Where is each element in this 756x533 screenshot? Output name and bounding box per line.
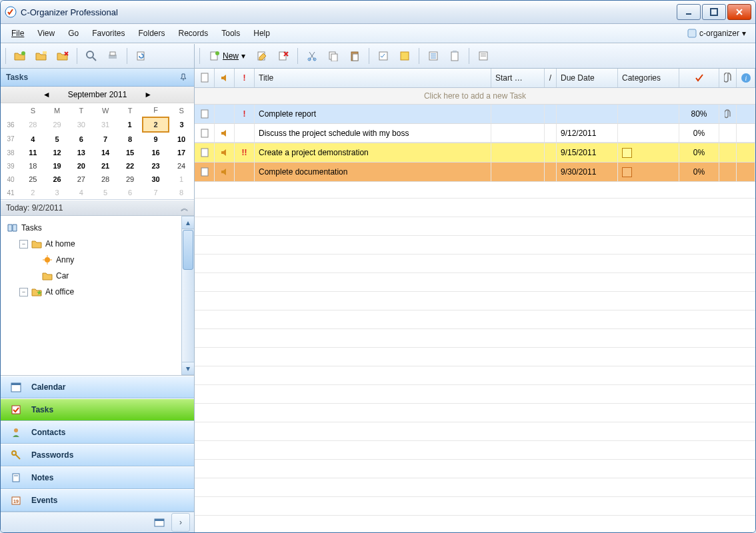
col-attachment-icon[interactable] bbox=[719, 69, 737, 87]
nav-passwords[interactable]: Passwords bbox=[1, 444, 194, 466]
minimize-button[interactable] bbox=[677, 4, 701, 20]
col-priority-icon[interactable]: ! bbox=[235, 69, 255, 87]
database-selector[interactable]: c-organizer ▾ bbox=[682, 27, 751, 40]
collapse-icon[interactable]: ︽ bbox=[181, 203, 189, 214]
scroll-down-icon[interactable]: ▾ bbox=[182, 362, 194, 375]
calendar-day[interactable]: 28 bbox=[93, 173, 117, 186]
calendar-day[interactable]: 19 bbox=[45, 159, 69, 173]
menu-tools[interactable]: Tools bbox=[215, 27, 247, 40]
pin-icon[interactable] bbox=[178, 72, 189, 83]
calendar-day[interactable]: 31 bbox=[93, 117, 117, 132]
collapse-toggle-icon[interactable]: − bbox=[19, 240, 28, 249]
nav-notes[interactable]: Notes bbox=[1, 466, 194, 489]
calendar-day[interactable]: 27 bbox=[69, 173, 93, 186]
nav-config-icon[interactable] bbox=[150, 513, 169, 532]
calendar-day[interactable]: 1 bbox=[117, 117, 143, 132]
calendar-day[interactable]: 6 bbox=[117, 186, 143, 199]
calendar-day[interactable]: 29 bbox=[45, 117, 69, 132]
delete-record-icon[interactable] bbox=[274, 47, 293, 65]
paste-icon[interactable] bbox=[345, 47, 364, 65]
col-sound-icon[interactable] bbox=[215, 69, 235, 87]
calendar-day[interactable]: 23 bbox=[143, 159, 169, 173]
menu-help[interactable]: Help bbox=[247, 27, 277, 40]
calendar-day[interactable]: 26 bbox=[45, 173, 69, 186]
calendar-day[interactable]: 22 bbox=[117, 159, 143, 173]
edit-folder-icon[interactable] bbox=[32, 47, 51, 65]
calendar-day[interactable]: 4 bbox=[69, 186, 93, 199]
calendar-day[interactable]: 21 bbox=[93, 159, 117, 173]
menu-go[interactable]: Go bbox=[61, 27, 85, 40]
calendar-day[interactable]: 7 bbox=[143, 186, 169, 199]
task-icon[interactable] bbox=[374, 47, 393, 65]
clipboard-icon[interactable] bbox=[445, 47, 464, 65]
menu-folders[interactable]: Folders bbox=[132, 27, 172, 40]
calendar-day[interactable]: 7 bbox=[93, 132, 117, 146]
calendar-day[interactable]: 16 bbox=[143, 146, 169, 159]
calendar-day[interactable]: 5 bbox=[93, 186, 117, 199]
scroll-thumb[interactable] bbox=[183, 230, 193, 270]
delete-folder-icon[interactable] bbox=[53, 47, 72, 65]
menu-file[interactable]: File bbox=[5, 27, 31, 40]
calendar-day[interactable]: 8 bbox=[117, 132, 143, 146]
calendar-day[interactable]: 12 bbox=[45, 146, 69, 159]
next-month-icon[interactable]: ► bbox=[144, 90, 152, 99]
col-due[interactable]: Due Date bbox=[557, 69, 618, 87]
calendar-day[interactable]: 6 bbox=[69, 132, 93, 146]
calendar-day[interactable]: 18 bbox=[21, 159, 45, 173]
print-icon[interactable] bbox=[103, 47, 122, 65]
sticky-note-icon[interactable] bbox=[395, 47, 414, 65]
checklist-icon[interactable] bbox=[424, 47, 443, 65]
details-icon[interactable] bbox=[474, 47, 493, 65]
scroll-up-icon[interactable]: ▴ bbox=[182, 216, 194, 229]
col-info-icon[interactable]: i bbox=[737, 69, 755, 87]
close-button[interactable] bbox=[727, 4, 751, 20]
tree-node-atoffice[interactable]: −At office bbox=[2, 284, 193, 300]
calendar-day[interactable]: 9 bbox=[143, 132, 169, 146]
search-icon[interactable] bbox=[82, 47, 101, 65]
calendar-day[interactable]: 15 bbox=[117, 146, 143, 159]
calendar-day[interactable]: 1 bbox=[169, 173, 194, 186]
task-row[interactable]: Discuss the project schedule with my bos… bbox=[195, 124, 755, 143]
task-row[interactable]: !!Create a project demonstration9/15/201… bbox=[195, 143, 755, 163]
menu-records[interactable]: Records bbox=[172, 27, 215, 40]
tree-node-anny[interactable]: Anny bbox=[2, 252, 193, 268]
tree-node-car[interactable]: Car bbox=[2, 268, 193, 284]
calendar-day[interactable]: 3 bbox=[45, 186, 69, 199]
edit-record-icon[interactable] bbox=[253, 47, 271, 65]
tree-node-athome[interactable]: −At home bbox=[2, 236, 193, 252]
today-bar[interactable]: Today: 9/2/2011 ︽ bbox=[1, 200, 194, 216]
col-complete-icon[interactable] bbox=[679, 69, 719, 87]
nav-calendar[interactable]: Calendar bbox=[1, 376, 194, 398]
calendar-day[interactable]: 13 bbox=[69, 146, 93, 159]
calendar-day[interactable]: 3 bbox=[169, 117, 194, 132]
calendar-day[interactable]: 29 bbox=[117, 173, 143, 186]
calendar-day[interactable]: 2 bbox=[143, 117, 169, 132]
tree-root-tasks[interactable]: Tasks bbox=[2, 220, 193, 236]
calendar-day[interactable]: 5 bbox=[45, 132, 69, 146]
cut-icon[interactable] bbox=[303, 47, 321, 65]
nav-events[interactable]: 19Events bbox=[1, 489, 194, 512]
col-start[interactable]: Start … bbox=[491, 69, 545, 87]
calendar-day[interactable]: 30 bbox=[143, 173, 169, 186]
calendar-month[interactable]: September 2011 bbox=[68, 90, 127, 99]
tree-scrollbar[interactable]: ▴ ▾ bbox=[181, 216, 194, 375]
calendar-day[interactable]: 30 bbox=[69, 117, 93, 132]
col-categories[interactable]: Categories bbox=[618, 69, 679, 87]
new-button[interactable]: New ▾ bbox=[205, 47, 250, 65]
task-row[interactable]: Complete documentation9/30/20110% bbox=[195, 163, 755, 182]
calendar-day[interactable]: 24 bbox=[169, 159, 194, 173]
add-task-row[interactable]: Click here to add a new Task bbox=[195, 88, 755, 105]
collapse-toggle-icon[interactable]: − bbox=[19, 288, 28, 296]
calendar-day[interactable]: 4 bbox=[21, 132, 45, 146]
calendar-day[interactable]: 25 bbox=[21, 173, 45, 186]
menu-view[interactable]: View bbox=[31, 27, 61, 40]
new-folder-icon[interactable] bbox=[11, 47, 29, 65]
menu-favorites[interactable]: Favorites bbox=[85, 27, 131, 40]
col-doc-icon[interactable] bbox=[195, 69, 215, 87]
calendar-day[interactable]: 10 bbox=[169, 132, 194, 146]
nav-tasks[interactable]: Tasks bbox=[1, 398, 194, 421]
copy-icon[interactable] bbox=[324, 47, 343, 65]
nav-contacts[interactable]: Contacts bbox=[1, 421, 194, 444]
col-title[interactable]: Title bbox=[255, 69, 491, 87]
calendar-day[interactable]: 8 bbox=[169, 186, 194, 199]
